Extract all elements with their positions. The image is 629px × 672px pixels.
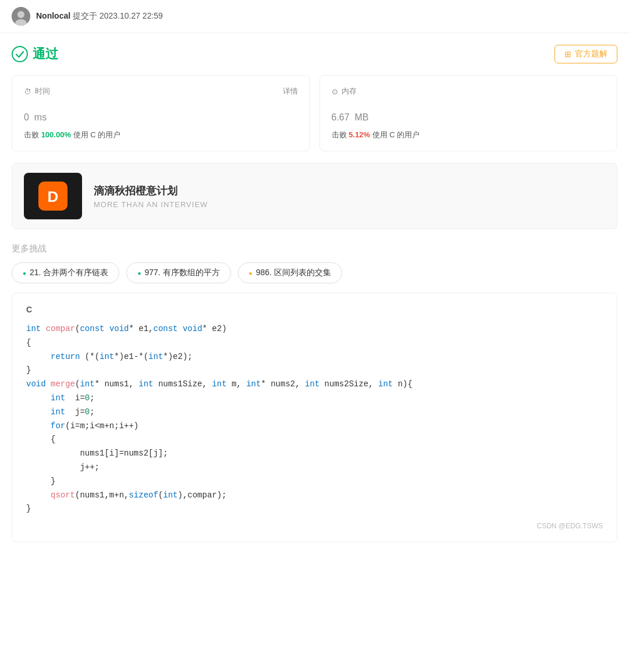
challenge-label-1: 21. 合并两个有序链表: [30, 268, 108, 278]
time-detail-link[interactable]: 详情: [283, 86, 298, 97]
challenge-label-2: 977. 有序数组的平方: [144, 268, 219, 278]
book-icon: ⊞: [564, 49, 571, 59]
svg-text:D: D: [48, 188, 59, 205]
time-card: ⏱ 时间 详情 0 ms 击败 100.00% 使用 C 的用户: [12, 75, 310, 151]
challenges-list: ● 21. 合并两个有序链表 ● 977. 有序数组的平方 ● 986. 区间列…: [12, 262, 617, 283]
svg-point-3: [12, 47, 27, 62]
more-challenges-title: 更多挑战: [12, 243, 617, 254]
more-challenges-section: 更多挑战 ● 21. 合并两个有序链表 ● 977. 有序数组的平方 ● 986…: [12, 243, 617, 283]
time-sub: 击败 100.00% 使用 C 的用户: [24, 130, 298, 140]
challenge-item-2[interactable]: ● 977. 有序数组的平方: [126, 262, 230, 283]
dot-icon-3: ●: [249, 270, 253, 276]
code-language: C: [26, 305, 603, 314]
code-footer: CSDN @EDG.TSWS: [26, 522, 603, 530]
header-username-text: Nonlocal 提交于 2023.10.27 22:59: [36, 11, 163, 22]
promo-title: 滴滴秋招橙意计划: [94, 184, 208, 198]
status-label: 通过: [33, 45, 58, 63]
challenge-label-3: 986. 区间列表的交集: [256, 268, 331, 278]
code-block: int compar(const void* e1,const void* e2…: [26, 322, 603, 516]
memory-value: 6.67 MB: [332, 104, 606, 125]
main-content: 通过 ⊞ 官方题解 ⏱ 时间 详情 0 ms 击败 100.00% 使用 C 的: [0, 33, 629, 554]
challenge-item-1[interactable]: ● 21. 合并两个有序链表: [12, 262, 119, 283]
didi-icon: D: [38, 182, 67, 211]
promo-card[interactable]: D 滴滴秋招橙意计划 MORE THAN AN INTERVIEW: [12, 163, 617, 229]
avatar: [12, 7, 30, 26]
code-section: C int compar(const void* e1,const void* …: [12, 293, 617, 542]
challenge-item-3[interactable]: ● 986. 区间列表的交集: [238, 262, 342, 283]
memory-sub: 击败 5.12% 使用 C 的用户: [332, 130, 606, 140]
memory-card: ⊙ 内存 6.67 MB 击败 5.12% 使用 C 的用户: [319, 75, 618, 151]
dot-icon-2: ●: [137, 270, 141, 276]
promo-text: 滴滴秋招橙意计划 MORE THAN AN INTERVIEW: [94, 184, 208, 209]
check-circle-icon: [12, 46, 28, 62]
status-row: 通过 ⊞ 官方题解: [12, 45, 617, 63]
stats-row: ⏱ 时间 详情 0 ms 击败 100.00% 使用 C 的用户 ⊙ 内存: [12, 75, 617, 151]
status-passed: 通过: [12, 45, 58, 63]
time-label: ⏱ 时间 详情: [24, 86, 298, 97]
promo-subtitle: MORE THAN AN INTERVIEW: [94, 200, 208, 209]
memory-icon: ⊙: [332, 87, 338, 96]
dot-icon-1: ●: [23, 270, 26, 276]
svg-point-1: [17, 11, 24, 18]
header: Nonlocal 提交于 2023.10.27 22:59: [0, 0, 629, 33]
official-solution-button[interactable]: ⊞ 官方题解: [555, 45, 617, 63]
time-value: 0 ms: [24, 104, 298, 125]
memory-label: ⊙ 内存: [332, 86, 606, 97]
clock-icon: ⏱: [24, 87, 31, 96]
promo-logo: D: [24, 173, 82, 219]
